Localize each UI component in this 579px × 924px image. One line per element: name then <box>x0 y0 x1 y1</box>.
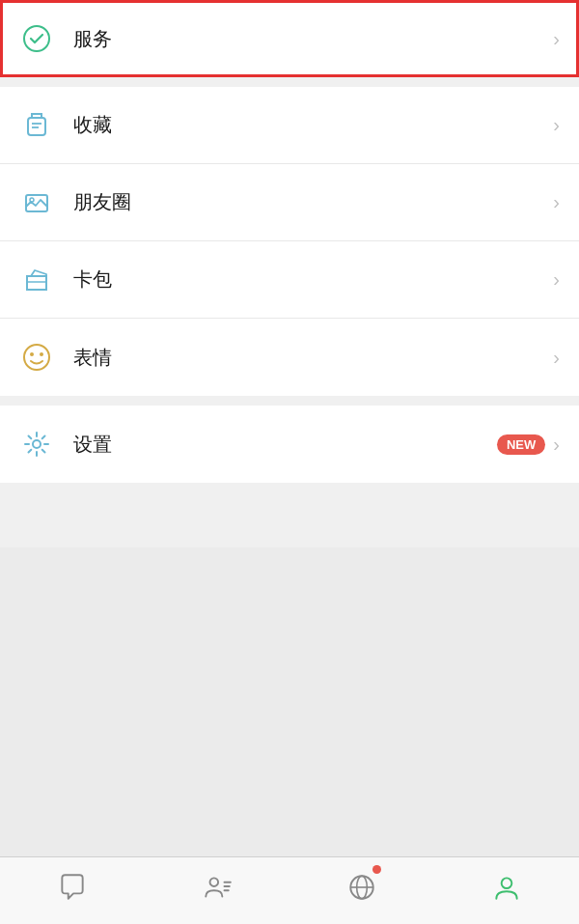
wallet-icon <box>19 263 54 297</box>
wallet-chevron: › <box>553 268 560 291</box>
menu-group-1: 服务 › <box>0 0 579 77</box>
tab-contacts[interactable] <box>145 857 290 924</box>
menu-group-2: 收藏 › 朋友圈 › 卡包 › <box>0 87 579 396</box>
settings-chevron: › <box>553 434 560 456</box>
svg-point-10 <box>33 440 41 448</box>
menu-item-settings[interactable]: 设置 NEW › <box>0 406 579 483</box>
stickers-label: 表情 <box>73 345 545 371</box>
tab-discover[interactable] <box>290 857 434 924</box>
favorites-label: 收藏 <box>73 112 545 138</box>
tab-chat[interactable] <box>0 857 145 924</box>
svg-rect-1 <box>28 118 45 135</box>
svg-point-8 <box>30 352 34 356</box>
svg-point-0 <box>24 26 49 51</box>
discover-dot <box>372 865 381 874</box>
settings-icon <box>19 427 54 462</box>
moments-icon <box>19 185 54 220</box>
discover-icon <box>346 872 377 910</box>
stickers-icon <box>19 340 54 375</box>
menu-item-services[interactable]: 服务 › <box>0 0 579 77</box>
favorites-chevron: › <box>553 114 560 136</box>
me-icon <box>491 872 522 910</box>
tab-bar <box>0 856 579 924</box>
settings-label: 设置 <box>73 432 487 458</box>
stickers-chevron: › <box>553 347 560 369</box>
menu-item-moments[interactable]: 朋友圈 › <box>0 164 579 241</box>
tab-me[interactable] <box>434 857 579 924</box>
svg-point-7 <box>24 345 49 370</box>
chat-icon <box>57 872 88 910</box>
svg-point-18 <box>502 878 512 888</box>
wallet-label: 卡包 <box>73 266 545 293</box>
services-label: 服务 <box>73 26 545 52</box>
moments-chevron: › <box>553 191 560 213</box>
contacts-icon <box>202 872 233 910</box>
moments-label: 朋友圈 <box>73 189 545 215</box>
settings-badge: NEW <box>497 434 545 455</box>
menu-item-stickers[interactable]: 表情 › <box>0 319 579 396</box>
svg-point-9 <box>40 352 43 356</box>
favorites-icon <box>19 108 54 143</box>
svg-point-11 <box>210 878 219 886</box>
menu-group-3: 设置 NEW › <box>0 406 579 483</box>
services-icon <box>19 21 54 56</box>
menu-item-favorites[interactable]: 收藏 › <box>0 87 579 164</box>
menu-item-wallet[interactable]: 卡包 › <box>0 241 579 319</box>
services-chevron: › <box>553 28 560 50</box>
svg-point-5 <box>30 198 34 202</box>
